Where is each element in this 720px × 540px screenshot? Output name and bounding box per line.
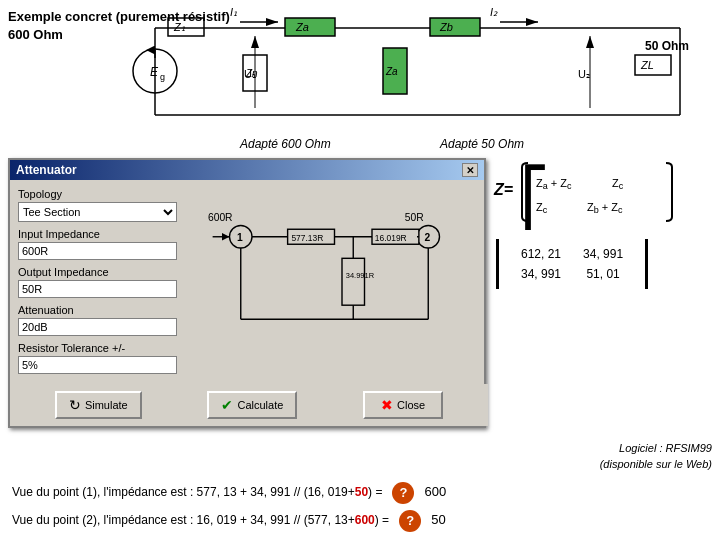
bottom-line1-suffix: ) = [368,485,382,499]
matrix-cell-10: 34, 991 [511,265,571,283]
attenuation-label: Attenuation [18,304,177,316]
dialog-title: Attenuator [16,163,77,177]
output-impedance-label: Output Impedance [18,266,177,278]
bottom-line2-highlight: 600 [355,513,375,527]
svg-text:50 Ohm: 50 Ohm [645,39,689,53]
calculate-icon: ✔ [221,397,233,413]
svg-text:16.019R: 16.019R [375,233,407,243]
bottom-line-1: Vue du point (1), l'impédance est : 577,… [12,480,708,504]
r600r-label: 600R [208,212,233,223]
r50r-label: 50R [405,212,424,223]
svg-text:2: 2 [425,232,431,243]
input-impedance-label: Input Impedance [18,228,177,240]
svg-text:Za + Zc: Za + Zc [536,177,572,191]
svg-rect-12 [430,18,480,36]
resistor-tolerance-label: Resistor Tolerance +/- [18,342,177,354]
bottom-line2-prefix: Vue du point (2), l'impédance est : 16, … [12,513,355,527]
svg-text:Adapté 50 Ohm: Adapté 50 Ohm [439,137,524,150]
svg-text:Zn: Zn [245,68,258,79]
svg-rect-10 [285,18,335,36]
svg-text:Zc: Zc [612,177,624,191]
close-label: Close [397,399,425,411]
topology-label: Topology [18,188,177,200]
svg-text:34.991R: 34.991R [346,271,375,280]
matrix-row-1: 612, 21 34, 991 [511,245,633,263]
svg-text:577.13R: 577.13R [291,233,323,243]
logiciel-line2: (disponible sur le Web) [600,458,712,470]
svg-text:Za: Za [385,66,398,77]
simulate-label: Simulate [85,399,128,411]
dialog-titlebar: Attenuator ✕ [10,160,484,180]
svg-text:1: 1 [237,232,243,243]
calculate-button[interactable]: ✔ Calculate [207,391,297,419]
input-impedance-field: Input Impedance [18,228,177,260]
output-impedance-input[interactable] [18,280,177,298]
svg-marker-28 [266,18,278,26]
numeric-matrix: 612, 21 34, 991 34, 991 51, 01 [496,239,648,289]
svg-marker-25 [586,36,594,48]
output-impedance-field: Output Impedance [18,266,177,298]
svg-text:Za: Za [295,21,309,33]
matrix-area: Z= ⎡ Za + Zc Zc Zc Zb + Zc 612, 21 34, 9… [492,155,712,292]
svg-text:Z=: Z= [493,181,513,198]
calculate-label: Calculate [237,399,283,411]
svg-text:Adapté 600 Ohm: Adapté 600 Ohm [239,137,331,150]
svg-rect-47 [342,258,365,305]
topology-field: Topology Tee Section [18,188,177,222]
close-icon: ✖ [381,397,393,413]
bottom-line2-suffix: ) = [375,513,389,527]
question-icon-1: ? [392,482,414,504]
svg-text:g: g [160,72,165,82]
bottom-line1-result: 600 [424,484,446,499]
question-icon-2: ? [399,510,421,532]
close-button[interactable]: ✖ Close [363,391,443,419]
tee-circuit-preview: 600R 50R 1 2 577.13R 16.019R [193,188,476,338]
z-formula-svg: Z= ⎡ Za + Zc Zc Zc Zb + Zc [492,155,702,230]
svg-text:ZL: ZL [640,59,654,71]
bottom-line1-prefix: Vue du point (1), l'impédance est : 577,… [12,485,355,499]
svg-text:I₂: I₂ [490,6,498,18]
attenuation-field: Attenuation [18,304,177,336]
simulate-button[interactable]: ↻ Simulate [55,391,142,419]
matrix-cell-01: 34, 991 [573,245,633,263]
circuit-area: Exemple concret (purement résistif) 600 … [0,0,720,150]
logiciel-line1: Logiciel : RFSIM99 [619,442,712,454]
resistor-tolerance-input[interactable] [18,356,177,374]
matrix-cell-11: 51, 01 [573,265,633,283]
svg-text:Z₁: Z₁ [173,21,185,33]
svg-text:E: E [150,65,159,79]
dialog-close-button[interactable]: ✕ [462,163,478,177]
svg-text:I₁: I₁ [230,6,237,18]
svg-text:Zb + Zc: Zb + Zc [587,201,623,215]
simulate-icon: ↻ [69,397,81,413]
svg-marker-54 [222,233,230,241]
input-impedance-input[interactable] [18,242,177,260]
bottom-line2-result: 50 [431,512,445,527]
bottom-line-2: Vue du point (2), l'impédance est : 16, … [12,508,708,532]
attenuator-dialog: Attenuator ✕ Topology Tee Section Input … [8,158,486,428]
attenuation-input[interactable] [18,318,177,336]
bottom-line1-highlight: 50 [355,485,368,499]
svg-marker-31 [526,18,538,26]
topology-select[interactable]: Tee Section [18,202,177,222]
matrix-cell-00: 612, 21 [511,245,571,263]
logiciel-note: Logiciel : RFSIM99 (disponible sur le We… [600,441,712,472]
dialog-buttons: ↻ Simulate ✔ Calculate ✖ Close [10,384,488,426]
bottom-text-area: Vue du point (1), l'impédance est : 577,… [0,472,720,540]
matrix-row-2: 34, 991 51, 01 [511,265,633,283]
svg-text:U₂: U₂ [578,68,590,80]
z-formula: Z= ⎡ Za + Zc Zc Zc Zb + Zc [492,155,712,233]
svg-text:Zb: Zb [439,21,453,33]
svg-marker-18 [251,36,259,48]
matrix-table: 612, 21 34, 991 34, 991 51, 01 [509,243,635,285]
resistor-tolerance-field: Resistor Tolerance +/- [18,342,177,374]
circuit-diagram: E g Z₁ Za Zb ZL U₁ Zn Za U₂ I₁ [0,0,720,150]
